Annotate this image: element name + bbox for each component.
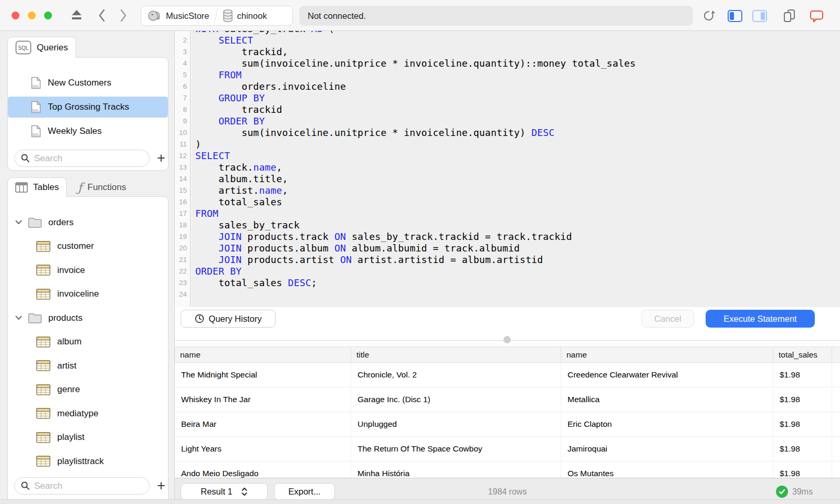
result-cell[interactable]: Light Years: [175, 437, 351, 461]
table-search[interactable]: [14, 477, 150, 495]
chevron-down-icon[interactable]: [15, 220, 22, 225]
result-cell[interactable]: $1.98: [773, 437, 832, 461]
code-line-21: JOIN products.artist ON artist.artistid …: [191, 254, 840, 266]
windows-button[interactable]: [782, 9, 796, 23]
minimize-button[interactable]: [28, 12, 36, 19]
table-label: genre: [57, 384, 80, 395]
code-line-20: JOIN products.album ON album.albumid = t…: [191, 243, 840, 254]
tree-item-invoice[interactable]: invoice: [8, 258, 168, 282]
forward-button[interactable]: [119, 8, 130, 23]
breadcrumb-database[interactable]: chinook: [216, 6, 274, 25]
query-item-weekly-sales[interactable]: SQL Weekly Sales: [8, 121, 168, 142]
zoom-button[interactable]: [44, 12, 52, 19]
result-cell[interactable]: Metallica: [561, 387, 773, 412]
tree-item-orders[interactable]: orders: [8, 211, 168, 235]
close-button[interactable]: [12, 12, 19, 19]
toggle-left-sidebar-button[interactable]: [728, 9, 742, 23]
tree-item-artist[interactable]: artist: [8, 354, 168, 378]
result-cell[interactable]: Ando Meio Desligado: [175, 461, 351, 478]
breadcrumb-server[interactable]: MusicStore: [141, 6, 216, 25]
result-cell[interactable]: $1.98: [773, 412, 832, 436]
result-cell[interactable]: Creedence Clearwater Revival: [561, 363, 773, 387]
column-header-name[interactable]: name: [175, 347, 351, 362]
schema-tree: orders customer invoice: [8, 211, 168, 474]
result-cell[interactable]: $1.98: [773, 363, 832, 387]
feedback-button[interactable]: [809, 9, 824, 23]
code-line-22: ORDER BY: [191, 266, 840, 277]
cancel-button[interactable]: Cancel: [642, 310, 694, 328]
chevron-down-icon[interactable]: [15, 316, 22, 320]
result-row[interactable]: Beira MarUnpluggedEric Clapton$1.98: [175, 412, 840, 437]
table-label: customer: [57, 241, 94, 251]
tree-item-album[interactable]: album: [8, 330, 168, 354]
query-history-label: Query History: [209, 314, 262, 324]
result-cell[interactable]: Unplugged: [351, 412, 561, 436]
tree-item-genre[interactable]: genre: [8, 378, 168, 402]
query-history-button[interactable]: Query History: [181, 310, 276, 328]
tree-item-playlist[interactable]: playlist: [8, 426, 168, 450]
tree-item-mediatype[interactable]: mediatype: [8, 402, 168, 426]
line-number: 14: [175, 173, 190, 185]
tree-item-playlisttrack[interactable]: playlisttrack: [8, 449, 168, 474]
code-line-23: total_sales DESC;: [191, 277, 840, 289]
splitter-drag-handle[interactable]: [503, 336, 511, 343]
title-bar: MusicStore chinook Not connected.: [0, 0, 840, 31]
line-number: 21: [175, 254, 190, 266]
sql-editor[interactable]: WITH sales_by_track AS ( SELECT trackid,…: [191, 31, 840, 307]
refresh-button[interactable]: [701, 9, 716, 23]
result-row[interactable]: The Midnight SpecialChronicle, Vol. 2Cre…: [175, 363, 840, 387]
results-header: nametitlenametotal_sales: [175, 346, 840, 363]
add-table-button[interactable]: +: [153, 478, 169, 494]
tree-item-invoiceline[interactable]: invoiceline: [8, 282, 168, 307]
table-icon: [36, 456, 50, 467]
sql-file-icon: SQL: [31, 125, 41, 138]
disconnect-button[interactable]: [70, 9, 83, 22]
column-header-title[interactable]: title: [351, 347, 561, 362]
result-cell[interactable]: $1.98: [773, 461, 832, 478]
query-search[interactable]: [14, 150, 150, 167]
tree-item-products[interactable]: products: [8, 306, 168, 330]
result-cell[interactable]: $1.98: [773, 387, 832, 412]
tab-queries[interactable]: SQL Queries: [7, 37, 76, 58]
folder-icon: [28, 312, 42, 323]
line-number: 8: [175, 104, 190, 116]
result-cell[interactable]: Minha História: [351, 461, 561, 478]
add-query-button[interactable]: +: [153, 151, 169, 166]
result-cell[interactable]: The Return Of The Space Cowboy: [351, 437, 561, 461]
toggle-right-sidebar-button[interactable]: [752, 9, 767, 23]
app-window: MusicStore chinook Not connected.: [0, 0, 840, 504]
code-line-7: GROUP BY: [191, 92, 840, 104]
speech-bubble-icon: [810, 9, 824, 23]
column-header-total_sales[interactable]: total_sales: [773, 347, 832, 362]
result-cell[interactable]: The Midnight Special: [175, 363, 351, 387]
result-row[interactable]: Whiskey In The JarGarage Inc. (Disc 1)Me…: [175, 387, 840, 412]
result-cell[interactable]: Beira Mar: [175, 412, 351, 436]
line-number: 17: [175, 208, 190, 219]
tables-panel: orders customer invoice: [7, 196, 169, 504]
query-item-new-customers[interactable]: SQL New Customers: [8, 72, 168, 93]
tab-tables[interactable]: Tables: [7, 177, 67, 197]
result-cell-filler: [832, 461, 840, 478]
back-button[interactable]: [98, 8, 108, 23]
tree-item-customer[interactable]: customer: [8, 235, 168, 259]
result-cell[interactable]: Whiskey In The Jar: [175, 387, 351, 412]
table-search-input[interactable]: [34, 481, 134, 491]
result-cell[interactable]: Os Mutantes: [561, 461, 773, 478]
chevron-right-icon: [119, 8, 128, 23]
result-cell[interactable]: Garage Inc. (Disc 1): [351, 387, 561, 412]
line-number: 19: [175, 231, 190, 243]
result-cell[interactable]: Eric Clapton: [561, 412, 773, 436]
result-row[interactable]: Ando Meio DesligadoMinha HistóriaOs Muta…: [175, 461, 840, 478]
query-item-top-grossing-tracks[interactable]: SQL Top Grossing Tracks: [8, 97, 168, 118]
result-row[interactable]: Light YearsThe Return Of The Space Cowbo…: [175, 437, 840, 461]
code-line-8: trackid: [191, 104, 840, 116]
execute-statement-button[interactable]: Execute Statement: [706, 310, 815, 328]
result-cell[interactable]: Chronicle, Vol. 2: [351, 363, 561, 387]
tab-functions[interactable]: ƒ Functions: [72, 177, 131, 197]
query-search-input[interactable]: [34, 153, 134, 164]
tab-queries-label: Queries: [37, 43, 68, 53]
result-cell[interactable]: Jamiroquai: [561, 437, 773, 461]
server-name: MusicStore: [166, 11, 209, 21]
column-header-name[interactable]: name: [561, 347, 773, 362]
sql-file-icon: SQL: [31, 77, 41, 89]
